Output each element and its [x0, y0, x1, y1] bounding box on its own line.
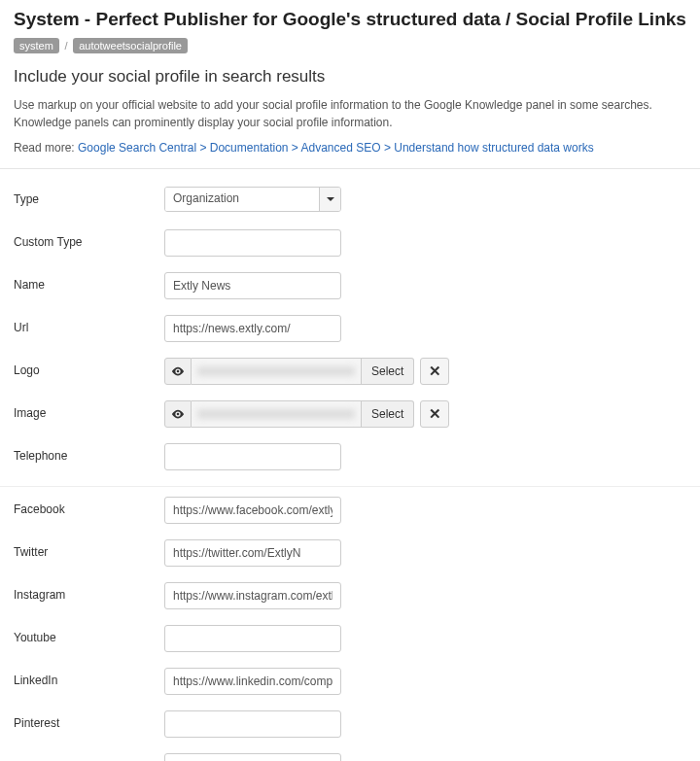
- instagram-label: Instagram: [14, 582, 164, 602]
- breadcrumb-sep: /: [64, 40, 67, 52]
- soundcloud-input[interactable]: [164, 753, 341, 761]
- name-input[interactable]: [164, 272, 341, 299]
- logo-select-button[interactable]: Select: [362, 358, 414, 385]
- section-description: Use markup on your official website to a…: [14, 96, 686, 131]
- readmore-prefix: Read more:: [14, 141, 78, 155]
- twitter-input[interactable]: [164, 539, 341, 567]
- breadcrumb: system / autotweetsocialprofile: [14, 38, 686, 53]
- pinterest-input[interactable]: [164, 710, 341, 738]
- close-icon: ✕: [429, 405, 441, 423]
- logo-path-display: [192, 358, 362, 385]
- page-title: System - Perfect Publisher for Google's …: [14, 8, 686, 32]
- instagram-input[interactable]: [164, 582, 341, 609]
- readmore-link[interactable]: Google Search Central > Documentation > …: [78, 141, 594, 155]
- chevron-down-icon: [319, 188, 340, 211]
- facebook-label: Facebook: [14, 497, 164, 516]
- url-input[interactable]: [164, 315, 341, 342]
- telephone-input[interactable]: [164, 443, 341, 470]
- twitter-label: Twitter: [14, 539, 164, 559]
- telephone-label: Telephone: [14, 443, 164, 463]
- eye-icon[interactable]: [164, 400, 192, 428]
- image-select-button[interactable]: Select: [362, 400, 414, 428]
- linkedin-label: LinkedIn: [14, 668, 164, 687]
- section-subtitle: Include your social profile in search re…: [14, 67, 686, 86]
- custom-type-input[interactable]: [164, 229, 341, 257]
- type-select-value: Organization: [165, 188, 319, 211]
- image-clear-button[interactable]: ✕: [420, 400, 449, 428]
- eye-icon[interactable]: [164, 358, 192, 385]
- type-select[interactable]: Organization: [164, 187, 341, 212]
- breadcrumb-item-plugin[interactable]: autotweetsocialprofile: [73, 38, 188, 53]
- logo-label: Logo: [14, 358, 164, 377]
- custom-type-label: Custom Type: [14, 229, 164, 249]
- url-label: Url: [14, 315, 164, 334]
- linkedin-input[interactable]: [164, 668, 341, 695]
- divider: [0, 168, 700, 169]
- facebook-input[interactable]: [164, 497, 341, 524]
- divider: [0, 486, 700, 487]
- breadcrumb-item-system[interactable]: system: [14, 38, 59, 53]
- image-label: Image: [14, 400, 164, 420]
- youtube-label: Youtube: [14, 625, 164, 644]
- logo-clear-button[interactable]: ✕: [420, 358, 449, 385]
- readmore: Read more: Google Search Central > Docum…: [14, 141, 686, 155]
- type-label: Type: [14, 187, 164, 206]
- youtube-input[interactable]: [164, 625, 341, 652]
- pinterest-label: Pinterest: [14, 710, 164, 730]
- image-path-display: [192, 400, 362, 428]
- close-icon: ✕: [429, 363, 441, 380]
- name-label: Name: [14, 272, 164, 292]
- soundcloud-label: SoundCloud: [14, 753, 164, 761]
